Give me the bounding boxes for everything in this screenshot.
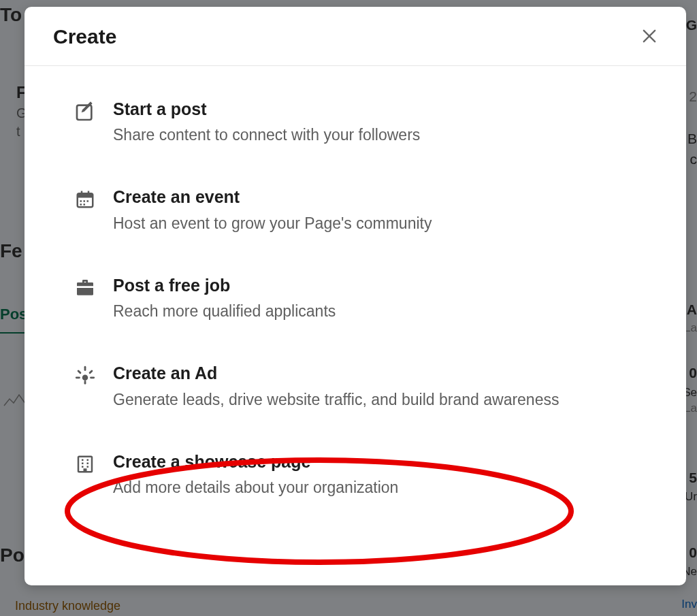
- svg-rect-11: [88, 191, 90, 195]
- svg-rect-8: [80, 204, 82, 206]
- option-create-showcase[interactable]: Create a showcase page Add more details …: [74, 451, 637, 498]
- close-icon: [640, 27, 659, 48]
- svg-rect-5: [80, 201, 82, 203]
- svg-rect-10: [81, 191, 83, 195]
- option-text: Create a showcase page Add more details …: [113, 451, 637, 498]
- option-text: Start a post Share content to connect wi…: [113, 99, 637, 146]
- modal-title: Create: [53, 25, 116, 48]
- option-create-event[interactable]: Create an event Host an event to grow yo…: [74, 187, 637, 233]
- svg-line-14: [78, 371, 80, 373]
- svg-rect-9: [84, 204, 86, 206]
- svg-rect-21: [82, 462, 84, 464]
- svg-rect-6: [84, 201, 86, 203]
- calendar-icon: [74, 188, 97, 211]
- option-desc: Host an event to grow your Page's commun…: [113, 212, 637, 234]
- option-title: Start a post: [113, 99, 637, 120]
- modal-body: Start a post Share content to connect wi…: [25, 66, 686, 585]
- option-desc: Add more details about your organization: [113, 476, 637, 498]
- svg-line-15: [90, 371, 92, 373]
- option-desc: Share content to connect with your follo…: [113, 124, 637, 146]
- option-post-job[interactable]: Post a free job Reach more qualified app…: [74, 275, 637, 322]
- option-create-ad[interactable]: Create an Ad Generate leads, drive websi…: [74, 363, 637, 410]
- svg-rect-25: [84, 468, 87, 472]
- svg-rect-23: [82, 466, 84, 468]
- option-title: Post a free job: [113, 275, 637, 296]
- svg-rect-22: [87, 462, 89, 464]
- option-title: Create a showcase page: [113, 451, 637, 472]
- option-title: Create an event: [113, 187, 637, 208]
- modal-header: Create: [25, 7, 686, 66]
- option-desc: Generate leads, drive website traffic, a…: [113, 389, 637, 410]
- svg-point-12: [82, 375, 88, 381]
- svg-rect-2: [77, 106, 91, 120]
- svg-rect-20: [87, 459, 89, 461]
- option-start-post[interactable]: Start a post Share content to connect wi…: [74, 99, 637, 146]
- svg-rect-19: [82, 459, 84, 461]
- briefcase-icon: [74, 276, 97, 299]
- option-text: Post a free job Reach more qualified app…: [113, 275, 637, 322]
- compose-icon: [74, 100, 97, 123]
- option-text: Create an event Host an event to grow yo…: [113, 187, 637, 233]
- option-desc: Reach more qualified applicants: [113, 300, 637, 322]
- create-modal: Create Start a post Share content to con…: [25, 7, 686, 585]
- svg-rect-7: [87, 201, 89, 203]
- building-icon: [74, 453, 97, 476]
- lightbulb-icon: [74, 364, 97, 387]
- option-text: Create an Ad Generate leads, drive websi…: [113, 363, 637, 410]
- svg-rect-24: [87, 466, 89, 468]
- option-title: Create an Ad: [113, 363, 637, 384]
- close-button[interactable]: [633, 20, 666, 53]
- svg-rect-4: [78, 194, 93, 198]
